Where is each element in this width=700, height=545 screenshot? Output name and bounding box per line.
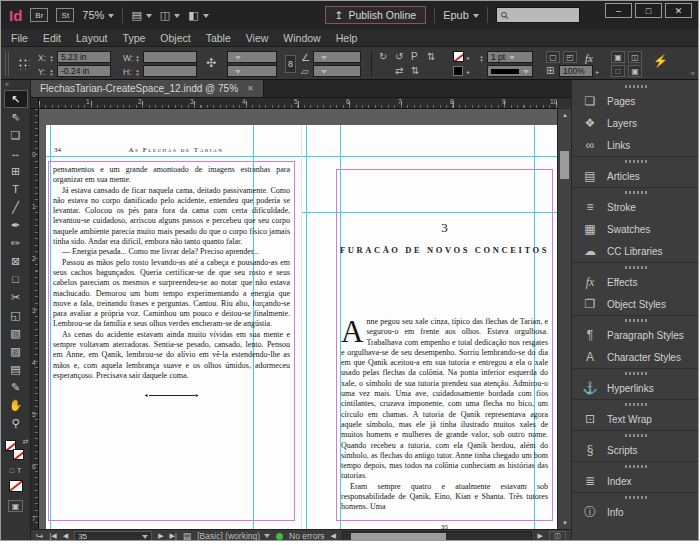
type-tool[interactable]: T bbox=[4, 180, 28, 198]
hand-tool[interactable]: ✋ bbox=[4, 396, 28, 414]
fit-proportional-icon[interactable]: ⇅ bbox=[411, 66, 419, 76]
stroke-color-flyout-icon[interactable]: ▸ bbox=[467, 54, 470, 61]
tab-close-icon[interactable]: ✕ bbox=[247, 84, 254, 93]
bridge-button[interactable]: Br bbox=[30, 8, 48, 22]
scissors-tool[interactable]: ✂ bbox=[4, 288, 28, 306]
panel-tab-pages[interactable]: ❏Pages bbox=[572, 90, 699, 112]
rotate-ccw-icon[interactable]: ↺ bbox=[395, 52, 403, 62]
w-field[interactable] bbox=[143, 51, 197, 63]
rotation-angle-field[interactable] bbox=[313, 51, 361, 63]
selection-tool[interactable]: ↖ bbox=[4, 90, 28, 108]
quick-apply-lightning-icon[interactable]: ⚡ bbox=[653, 56, 668, 66]
panel-tab-cc-libraries[interactable]: ☁CC Libraries bbox=[572, 240, 699, 262]
opacity-flyout-icon[interactable]: ▸ bbox=[596, 68, 599, 75]
shear-angle-field[interactable] bbox=[313, 65, 361, 77]
next-page-button[interactable]: ▶ bbox=[158, 532, 163, 540]
menu-view[interactable]: View bbox=[246, 32, 269, 44]
formatting-affects-container-icon[interactable]: □ bbox=[10, 467, 14, 474]
content-collector-tool[interactable]: ⊞ bbox=[4, 162, 28, 180]
panel-tab-stroke[interactable]: ≡Stroke bbox=[572, 196, 699, 218]
eyedropper-tool[interactable]: ✎ bbox=[4, 378, 28, 396]
rotate-cw-icon[interactable]: ↻ bbox=[379, 52, 387, 62]
publish-online-button[interactable]: ↥ Publish Online bbox=[325, 6, 427, 24]
page-spread[interactable]: 34 As Flechas de Tarian pensamentos e um… bbox=[46, 125, 557, 529]
gradient-feather-tool[interactable]: ▨ bbox=[4, 342, 28, 360]
panel-tab-index[interactable]: ≣Index bbox=[572, 470, 699, 492]
panel-tab-character-styles[interactable]: ACharacter Styles bbox=[572, 346, 699, 368]
h-field[interactable] bbox=[143, 65, 197, 77]
y-stepper[interactable] bbox=[48, 65, 55, 78]
scroll-down-icon[interactable]: ▼ bbox=[558, 517, 572, 529]
note-tool[interactable]: ▤ bbox=[4, 360, 28, 378]
last-page-button[interactable]: ▶| bbox=[170, 532, 177, 540]
vertical-scrollbar[interactable]: ▲ ▼ bbox=[557, 109, 571, 529]
panel-tab-links[interactable]: ∞Links bbox=[572, 134, 699, 156]
stock-button[interactable]: St bbox=[56, 8, 74, 22]
panel-tab-effects[interactable]: fxEffects bbox=[572, 271, 699, 293]
left-text-frame[interactable]: pensamentos e um grande amontoado de ima… bbox=[48, 161, 295, 521]
y-field[interactable]: -0.24 in bbox=[57, 65, 111, 77]
reference-point-proxy[interactable] bbox=[17, 57, 30, 70]
x-stepper[interactable] bbox=[48, 51, 55, 64]
stroke-style-dropdown[interactable] bbox=[487, 65, 533, 77]
preflight-profile-dropdown[interactable]: [Basic] (working) bbox=[197, 531, 270, 541]
stroke-swatch-none[interactable] bbox=[13, 449, 24, 460]
search-input[interactable] bbox=[511, 9, 575, 22]
margin-guide[interactable] bbox=[306, 125, 307, 529]
dock-drag-handle[interactable] bbox=[625, 403, 647, 406]
scroll-up-icon[interactable]: ▲ bbox=[558, 109, 572, 121]
panel-tab-info[interactable]: ⓘInfo bbox=[572, 501, 699, 523]
scale-y-field[interactable] bbox=[227, 65, 277, 77]
pen-tool[interactable]: ✒ bbox=[4, 216, 28, 234]
gradient-swatch-tool[interactable]: ▧ bbox=[4, 324, 28, 342]
vertical-ruler[interactable]: 0 1 2 3 4 5 6 7 bbox=[31, 109, 39, 529]
rectangle-tool[interactable]: □ bbox=[4, 270, 28, 288]
panel-tab-paragraph-styles[interactable]: ¶Paragraph Styles bbox=[572, 324, 699, 346]
horizontal-scrollbar[interactable] bbox=[342, 531, 532, 541]
opacity-field[interactable]: 100% bbox=[559, 65, 593, 77]
document-tab[interactable]: FlechasTarian-CreateSpace_12.indd @ 75% … bbox=[31, 80, 264, 97]
right-text-frame[interactable]: 3 FURACÃO DE NOVOS CONCEITOS Anne pegou … bbox=[336, 169, 553, 521]
panel-tab-articles[interactable]: ▤Articles bbox=[572, 165, 699, 187]
dock-drag-handle[interactable] bbox=[625, 465, 647, 468]
screen-mode-button[interactable]: ▣ bbox=[8, 500, 23, 512]
horizontal-ruler[interactable]: 1 2 3 4 5 6 7 8 9 10 bbox=[39, 98, 557, 109]
menu-window[interactable]: Window bbox=[283, 32, 320, 44]
preflight-icon[interactable]: ▤ bbox=[183, 531, 192, 541]
direct-selection-tool[interactable]: ⇖ bbox=[4, 108, 28, 126]
formatting-affects-text-icon[interactable]: T bbox=[17, 467, 21, 474]
dock-drag-handle[interactable] bbox=[625, 160, 647, 163]
paragraph-direction-icon[interactable]: P bbox=[411, 52, 418, 62]
center-content-button[interactable]: □ bbox=[611, 65, 625, 77]
swap-fill-stroke-icon[interactable]: ⇄ bbox=[23, 438, 29, 446]
stroke-weight-stepper[interactable] bbox=[478, 51, 485, 64]
free-transform-tool[interactable]: ◱ bbox=[4, 306, 28, 324]
menu-file[interactable]: File bbox=[11, 32, 28, 44]
panel-tab-scripts[interactable]: §Scripts bbox=[572, 439, 699, 461]
flip-vertical-icon[interactable]: ⇅ bbox=[427, 52, 435, 62]
fill-frame-proportionally-button[interactable]: ▣ bbox=[628, 65, 642, 77]
epub-dropdown[interactable]: Epub bbox=[443, 9, 479, 21]
opacity-grid-icon[interactable]: ⊞ bbox=[546, 66, 554, 76]
view-options-dropdown[interactable]: ▤ bbox=[131, 9, 151, 22]
dock-drag-handle[interactable] bbox=[625, 372, 647, 375]
menu-layout[interactable]: Layout bbox=[76, 32, 108, 44]
dock-drag-handle[interactable] bbox=[625, 434, 647, 437]
menu-help[interactable]: Help bbox=[336, 32, 358, 44]
search-box[interactable]: ⚲ bbox=[496, 7, 580, 23]
line-tool[interactable]: ╱ bbox=[4, 198, 28, 216]
arrange-documents-dropdown[interactable]: ◧ bbox=[188, 9, 208, 22]
corner-options-icon[interactable]: ▢ bbox=[546, 51, 560, 63]
page-number-field[interactable]: 35 bbox=[74, 531, 152, 541]
minimize-button[interactable]: – bbox=[605, 3, 632, 18]
zoom-level-dropdown[interactable]: 75% bbox=[82, 9, 114, 21]
dock-drag-handle[interactable] bbox=[625, 496, 647, 499]
horizontal-scroll-thumb[interactable] bbox=[351, 533, 446, 540]
tools-panel-expand-icon[interactable]: » bbox=[1, 80, 30, 90]
menu-edit[interactable]: Edit bbox=[43, 32, 61, 44]
panel-tab-layers[interactable]: ❖Layers bbox=[572, 112, 699, 134]
scale-x-field[interactable] bbox=[227, 51, 277, 63]
fit-content-to-frame-button[interactable]: ◫ bbox=[628, 51, 642, 63]
apply-none-button[interactable] bbox=[9, 480, 23, 492]
menu-table[interactable]: Table bbox=[206, 32, 231, 44]
